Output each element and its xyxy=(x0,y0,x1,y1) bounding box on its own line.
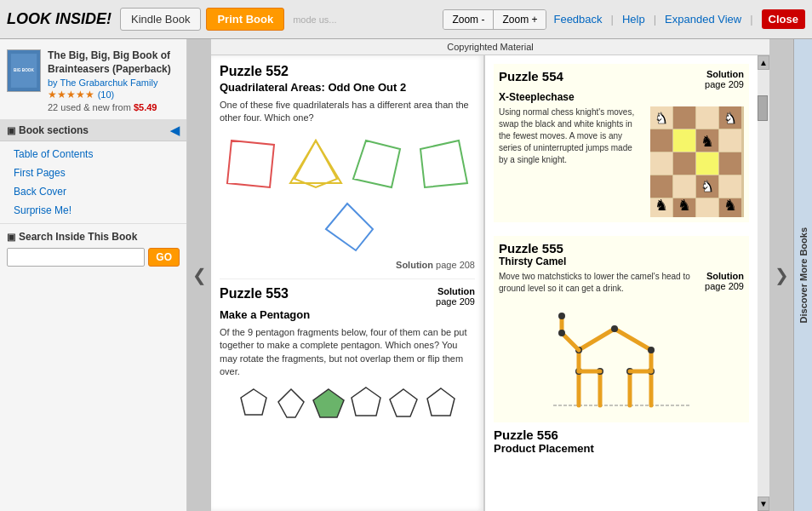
scrollbar-track xyxy=(758,70,769,497)
svg-marker-6 xyxy=(353,141,400,187)
sep3: | xyxy=(750,13,752,26)
right-page: Puzzle 554 Solutionpage 209 X-Steeplecha… xyxy=(485,55,758,511)
svg-text:BIG BOOK: BIG BOOK xyxy=(14,68,35,72)
author-link[interactable]: The Grabarchuk Family xyxy=(60,78,157,88)
svg-rect-25 xyxy=(673,152,695,175)
zoom-out-button[interactable]: Zoom - xyxy=(443,10,494,29)
puzzle-556-title: Product Placement xyxy=(494,442,749,455)
svg-point-60 xyxy=(648,347,655,353)
svg-text:♞: ♞ xyxy=(678,197,691,214)
book-content: Copyrighted Material Puzzle 552 Quadrila… xyxy=(211,39,769,511)
nav-first-pages[interactable]: First Pages xyxy=(0,164,186,182)
feedback-link[interactable]: Feedback xyxy=(553,13,602,26)
svg-marker-12 xyxy=(352,388,380,416)
puzzle-553-title: Make a Pentagon xyxy=(220,308,475,321)
book-scrollbar: ▲ ▼ xyxy=(758,55,769,511)
search-section: ▣ Search Inside This Book GO xyxy=(0,223,186,273)
shape-3 xyxy=(349,132,409,192)
puzzle-552-title: Quadrilateral Areas: Odd One Out 2 xyxy=(220,81,475,94)
shape-2 xyxy=(286,132,346,192)
pentagon-shapes xyxy=(220,385,475,419)
svg-marker-10 xyxy=(278,389,304,417)
collapse-square-icon: ▣ xyxy=(7,125,15,136)
nav-back-cover[interactable]: Back Cover xyxy=(0,182,186,201)
matchstick-camel-svg xyxy=(553,303,689,414)
sep1: | xyxy=(611,13,614,26)
look-inside-logo: LOOK INSIDE! xyxy=(7,10,112,28)
scrollbar-down-button[interactable]: ▼ xyxy=(758,497,769,511)
shape-1 xyxy=(223,132,283,192)
svg-marker-8 xyxy=(326,204,373,250)
copyright-bar: Copyrighted Material xyxy=(211,39,769,55)
toolbar-right: Zoom - Zoom + Feedback | Help | Expanded… xyxy=(443,9,805,30)
shapes-grid-552 xyxy=(220,132,475,255)
shape-5 xyxy=(317,195,377,255)
scrollbar-up-button[interactable]: ▲ xyxy=(758,55,769,70)
print-book-button[interactable]: Print Book xyxy=(206,8,284,31)
penta-4 xyxy=(349,385,383,419)
svg-rect-26 xyxy=(696,152,718,175)
search-input[interactable] xyxy=(7,248,145,267)
puzzle-553-solution-ref: Solutionpage 209 xyxy=(436,286,475,307)
svg-line-56 xyxy=(579,329,615,350)
book-sections-header: ▣ Book sections ◀ xyxy=(0,120,186,141)
close-button[interactable]: Close xyxy=(762,9,805,29)
help-link[interactable]: Help xyxy=(622,13,645,26)
puzzle-553-number: Puzzle 553 xyxy=(220,286,289,301)
svg-text:♞: ♞ xyxy=(700,133,714,150)
svg-point-59 xyxy=(611,325,618,332)
chess-board-svg: ♞ ♞ ♞ ♞ ♞ ♞ ♞ xyxy=(650,106,744,217)
puzzle-554-solution-ref: Solutionpage 209 xyxy=(705,69,744,89)
svg-text:♞: ♞ xyxy=(723,110,737,127)
mode-note: mode us... xyxy=(293,14,336,25)
discover-text: Discover More Books xyxy=(798,227,809,323)
expanded-view-link[interactable]: Expanded View xyxy=(665,13,741,26)
search-go-button[interactable]: GO xyxy=(148,248,180,267)
puzzle-553-desc: Of the 9 pentagon fragments below, four … xyxy=(220,326,475,379)
zoom-controls: Zoom - Zoom + xyxy=(443,9,546,30)
svg-rect-17 xyxy=(673,106,695,129)
sep2: | xyxy=(654,13,656,26)
search-header: ▣ Search Inside This Book xyxy=(7,231,180,243)
kindle-book-button[interactable]: Kindle Book xyxy=(120,8,201,31)
scrollbar-thumb[interactable] xyxy=(758,95,768,121)
svg-text:♞: ♞ xyxy=(700,178,714,195)
star-rating: ★★★★★ xyxy=(48,89,94,100)
svg-rect-24 xyxy=(650,152,672,175)
next-page-button[interactable]: ❯ xyxy=(769,39,793,511)
svg-rect-18 xyxy=(696,106,718,129)
puzzle-555-number: Puzzle 555 xyxy=(499,241,744,256)
review-count[interactable]: (10) xyxy=(98,89,115,100)
book-sections-label: Book sections xyxy=(19,124,89,136)
sections-collapse-arrow[interactable]: ◀ xyxy=(170,123,180,137)
svg-point-64 xyxy=(558,313,565,319)
nav-table-of-contents[interactable]: Table of Contents xyxy=(0,145,186,164)
svg-marker-13 xyxy=(390,389,417,416)
penta-5 xyxy=(386,385,420,419)
svg-text:♞: ♞ xyxy=(723,197,737,214)
discover-bar: Discover More Books xyxy=(793,39,812,511)
puzzle-552-desc: One of these five quadrilaterals has a d… xyxy=(220,99,475,125)
matchstick-area xyxy=(499,303,744,414)
svg-rect-23 xyxy=(719,129,741,152)
svg-marker-7 xyxy=(420,141,467,187)
svg-rect-28 xyxy=(650,175,672,198)
svg-rect-20 xyxy=(650,129,672,152)
svg-marker-4 xyxy=(290,141,341,183)
book-title: The Big, Big, Big Book of Brainteasers (… xyxy=(48,49,180,76)
toolbar: LOOK INSIDE! Kindle Book Print Book mode… xyxy=(0,0,812,39)
svg-marker-11 xyxy=(313,389,344,417)
sidebar: BIG BOOK The Big, Big, Big Book of Brain… xyxy=(0,39,187,511)
right-arrow-icon: ❯ xyxy=(775,265,789,285)
svg-rect-31 xyxy=(719,175,741,198)
prev-page-button[interactable]: ❮ xyxy=(187,39,211,511)
puzzle-552-solution: Solution page 208 xyxy=(220,260,475,270)
zoom-in-button[interactable]: Zoom + xyxy=(494,10,546,29)
puzzle-554-number: Puzzle 554 xyxy=(499,69,563,83)
puzzle-555-title: Thirsty Camel xyxy=(499,256,744,267)
penta-3 xyxy=(312,385,346,419)
puzzle-556-number: Puzzle 556 xyxy=(494,428,749,442)
nav-surprise-me[interactable]: Surprise Me! xyxy=(0,201,186,220)
price: $5.49 xyxy=(134,102,157,112)
penta-6 xyxy=(424,385,458,419)
